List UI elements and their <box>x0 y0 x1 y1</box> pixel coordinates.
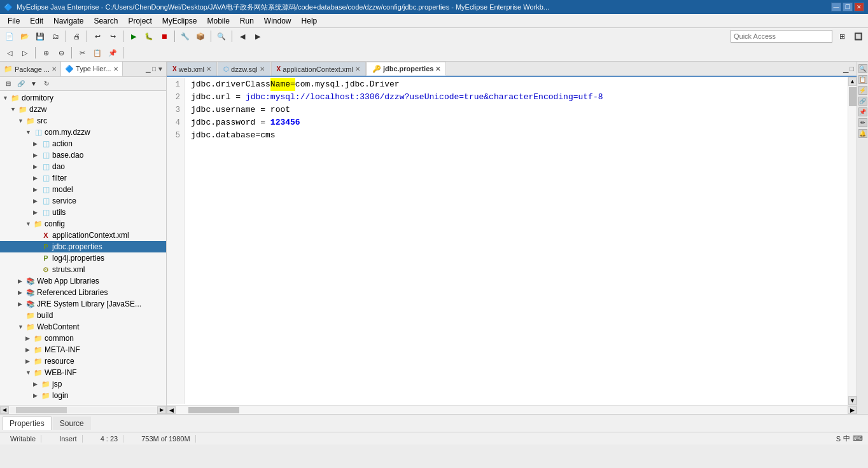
stop-button[interactable]: ⏹ <box>157 29 171 43</box>
restore-button[interactable]: ❐ <box>843 3 853 11</box>
expand-model[interactable]: ▶ <box>33 186 41 193</box>
tree-item-dzzw[interactable]: ▼ 📁 dzzw <box>0 104 166 115</box>
expand-action[interactable]: ▶ <box>33 141 41 147</box>
menu-myeclipse[interactable]: MyEclipse <box>157 15 202 27</box>
tree-item-model[interactable]: ▶ ◫ model <box>0 184 166 195</box>
expand-dormitory[interactable]: ▼ <box>3 95 10 101</box>
link-editor-btn[interactable]: 🔗 <box>15 78 27 90</box>
tree-item-jsp[interactable]: ▶ 📁 jsp <box>0 378 166 390</box>
menu-file[interactable]: File <box>3 15 25 27</box>
zoom-out-btn[interactable]: ⊖ <box>54 46 68 60</box>
tree-item-login[interactable]: ▶ 📁 login <box>0 390 166 401</box>
expand-reflibs[interactable]: ▶ <box>18 289 25 296</box>
vscroll-thumb[interactable] <box>849 87 857 106</box>
expand-meta-inf[interactable]: ▶ <box>25 347 33 353</box>
close-button[interactable]: ✕ <box>854 3 864 11</box>
tree-item-reflibs[interactable]: ▶ 📚 Referenced Libraries <box>0 287 166 298</box>
zoom-in-btn[interactable]: ⊕ <box>39 46 53 60</box>
tab-webxml[interactable]: X web.xml ✕ <box>167 62 217 76</box>
tree-item-config[interactable]: ▼ 📁 config <box>0 218 166 230</box>
hscroll-thumb[interactable] <box>188 407 239 413</box>
right-tool-1[interactable]: 🔍 <box>858 64 867 73</box>
expand-filter[interactable]: ▶ <box>33 175 41 181</box>
tree-item-com-my-dzzw[interactable]: ▼ ◫ com.my.dzzw <box>0 127 166 138</box>
hscroll-left[interactable]: ◀ <box>167 406 176 414</box>
expand-resource[interactable]: ▶ <box>25 358 33 364</box>
hscroll-right[interactable]: ▶ <box>848 406 857 414</box>
prev-button[interactable]: ◀ <box>235 29 249 43</box>
close-jdbcprops-tab[interactable]: ✕ <box>435 65 440 72</box>
right-tool-7[interactable]: 🔔 <box>858 129 867 138</box>
tree-item-webcontent[interactable]: ▼ 📁 WebContent <box>0 321 166 333</box>
right-tool-6[interactable]: ✏ <box>858 118 867 127</box>
expand-webcontent[interactable]: ▼ <box>18 324 25 330</box>
close-webxml-tab[interactable]: ✕ <box>206 65 211 72</box>
collapse-all-btn[interactable]: ⊟ <box>3 78 14 90</box>
tab-type-hierarchy[interactable]: 🔷 Type Hier... ✕ <box>61 62 123 76</box>
right-tool-2[interactable]: 📋 <box>858 75 867 84</box>
open-perspective-btn[interactable]: 🔲 <box>851 29 865 43</box>
expand-config[interactable]: ▼ <box>25 221 33 227</box>
expand-service[interactable]: ▶ <box>33 198 41 204</box>
left-scroll-right[interactable]: ▶ <box>157 406 166 414</box>
tab-source[interactable]: Source <box>53 416 91 430</box>
close-type-tab[interactable]: ✕ <box>113 65 118 72</box>
code-editor[interactable]: 1 2 3 4 5 jdbc.driverClassName=com.mysql… <box>167 77 848 405</box>
search-button[interactable]: 🔍 <box>214 29 228 43</box>
left-scroll-left[interactable]: ◀ <box>0 406 9 414</box>
paste-btn[interactable]: 📌 <box>106 46 120 60</box>
save-button[interactable]: 💾 <box>33 29 47 43</box>
debug-button[interactable]: 🐛 <box>142 29 156 43</box>
tree-item-jdbc-props[interactable]: P jdbc.properties <box>0 241 166 252</box>
view-menu-btn[interactable]: ▼ <box>28 78 39 90</box>
close-appcontext-tab[interactable]: ✕ <box>355 65 360 72</box>
minimize-button[interactable]: — <box>831 3 841 11</box>
cut-btn[interactable]: ✂ <box>75 46 89 60</box>
expand-dao[interactable]: ▶ <box>33 163 41 170</box>
tree-item-dao[interactable]: ▶ ◫ dao <box>0 161 166 172</box>
tab-package-explorer[interactable]: 📁 Package ... ✕ <box>0 62 61 76</box>
menu-run[interactable]: Run <box>235 15 259 27</box>
tree-item-build[interactable]: 📁 build <box>0 310 166 321</box>
right-tool-4[interactable]: 🔗 <box>858 97 867 106</box>
menu-navigate[interactable]: Navigate <box>48 15 88 27</box>
tree-item-resource[interactable]: ▶ 📁 resource <box>0 355 166 367</box>
menu-edit[interactable]: Edit <box>25 15 48 27</box>
expand-src[interactable]: ▼ <box>18 118 25 124</box>
tab-appcontext-xml[interactable]: X applicationContext.xml ✕ <box>271 62 366 76</box>
fwd-btn[interactable]: ▷ <box>18 46 32 60</box>
close-dzzwsql-tab[interactable]: ✕ <box>260 65 265 72</box>
minimize-panel-btn[interactable]: ▁ <box>146 65 151 72</box>
tree-item-log4j[interactable]: P log4j.properties <box>0 252 166 264</box>
tree-item-dormitory[interactable]: ▼ 📁 dormitory <box>0 92 166 104</box>
tree-item-src[interactable]: ▼ 📁 src <box>0 115 166 127</box>
back-btn[interactable]: ◁ <box>3 46 17 60</box>
menu-project[interactable]: Project <box>123 15 157 27</box>
close-package-tab[interactable]: ✕ <box>52 65 57 72</box>
tab-dzzwsql[interactable]: ⬡ dzzw.sql ✕ <box>218 62 270 76</box>
vscroll-up[interactable]: ▲ <box>848 77 857 86</box>
editor-minimize-btn[interactable]: ▁ <box>843 65 848 73</box>
tree-item-struts[interactable]: ⚙ struts.xml <box>0 264 166 275</box>
print-button[interactable]: 🖨 <box>69 29 83 43</box>
expand-webapplibs[interactable]: ▶ <box>18 278 25 284</box>
code-lines[interactable]: jdbc.driverClassName=com.mysql.jdbc.Driv… <box>185 78 848 404</box>
menu-mobile[interactable]: Mobile <box>202 15 234 27</box>
tree-item-filter[interactable]: ▶ ◫ filter <box>0 172 166 184</box>
expand-jrelib[interactable]: ▶ <box>18 301 25 307</box>
redo-button[interactable]: ↪ <box>106 29 120 43</box>
tree-item-action[interactable]: ▶ ◫ action <box>0 138 166 149</box>
right-tool-3[interactable]: ⚡ <box>858 86 867 95</box>
tab-properties[interactable]: Properties <box>3 416 52 430</box>
deploy-button[interactable]: 📦 <box>193 29 207 43</box>
expand-jsp[interactable]: ▶ <box>33 381 41 387</box>
menu-help[interactable]: Help <box>297 15 323 27</box>
menu-window[interactable]: Window <box>259 15 297 27</box>
panel-menu-btn[interactable]: ▼ <box>157 65 164 72</box>
menu-search[interactable]: Search <box>88 15 123 27</box>
expand-base-dao[interactable]: ▶ <box>33 152 41 158</box>
tree-item-utils[interactable]: ▶ ◫ utils <box>0 207 166 218</box>
tree-item-jrelib[interactable]: ▶ 📚 JRE System Library [JavaSE... <box>0 298 166 310</box>
tree-item-web-inf[interactable]: ▼ 📁 WEB-INF <box>0 367 166 378</box>
expand-common[interactable]: ▶ <box>25 335 33 341</box>
